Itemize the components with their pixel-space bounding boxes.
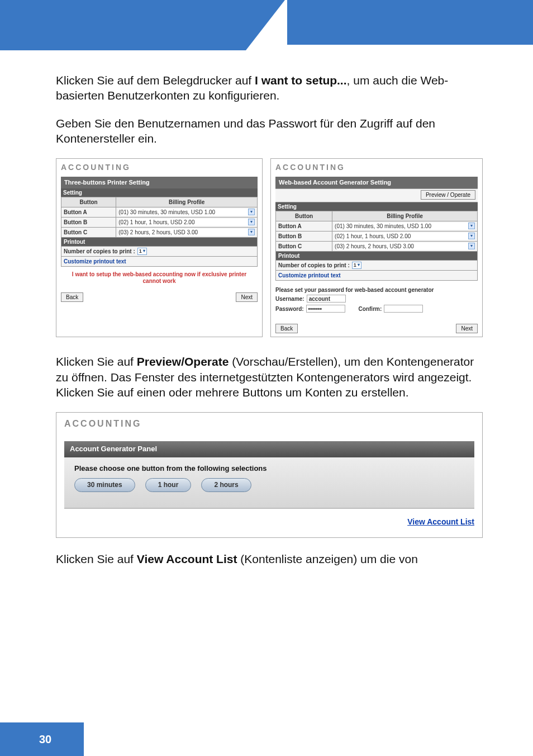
customize-printout-link[interactable]: Customize printout text xyxy=(61,257,258,267)
shot2-row0-name: Button A xyxy=(276,221,332,231)
shot1-table: Button Billing Profile Button A (01) 30 … xyxy=(61,197,258,238)
password-label: Password: xyxy=(275,305,304,313)
generator-instruction: Please choose one button from the follow… xyxy=(74,464,464,474)
chevron-down-icon: ▾ xyxy=(358,262,360,268)
chevron-down-icon[interactable]: ▾ xyxy=(468,243,475,249)
shot1-row2-profile: (03) 2 hours, 2 hours, USD 3.00 xyxy=(118,229,198,236)
table-row: Button B (02) 1 hour, 1 hours, USD 2.00▾ xyxy=(61,217,258,227)
copies-select[interactable]: 1 ▾ xyxy=(137,248,147,256)
shot1-row0-name: Button A xyxy=(61,207,116,217)
shot2-table: Button Billing Profile Button A (01) 30 … xyxy=(275,211,478,252)
username-field[interactable]: account xyxy=(307,295,346,303)
shot1-row1-profile: (02) 1 hour, 1 hours, USD 2.00 xyxy=(118,219,194,226)
back-button[interactable]: Back xyxy=(61,292,83,302)
duration-button-30min[interactable]: 30 minutes xyxy=(74,478,135,493)
next-button[interactable]: Next xyxy=(236,292,258,302)
table-row: Button C (03) 2 hours, 2 hours, USD 3.00… xyxy=(276,241,478,251)
header-shape-right xyxy=(287,0,533,45)
shot1-red-link[interactable]: I want to setup the web-based accounting… xyxy=(61,267,258,287)
shot2-panel-title: Web-based Account Generator Setting xyxy=(275,177,478,188)
chevron-down-icon[interactable]: ▾ xyxy=(248,219,255,225)
table-row: Button A (01) 30 minutes, 30 minutes, US… xyxy=(276,221,478,231)
shot2-copies-row: Number of copies to print : 1 ▾ xyxy=(275,261,478,271)
generator-panel-title: Account Generator Panel xyxy=(64,441,474,457)
duration-button-1hour[interactable]: 1 hour xyxy=(145,478,192,493)
chevron-down-icon[interactable]: ▾ xyxy=(468,223,475,229)
shot2-row2-name: Button C xyxy=(276,241,332,251)
shot3-title: ACCOUNTING xyxy=(64,418,474,430)
chevron-down-icon: ▾ xyxy=(143,248,145,254)
username-label: Username: xyxy=(275,295,304,303)
shot1-row1-name: Button B xyxy=(61,217,116,227)
shot1-col-profile: Billing Profile xyxy=(116,197,258,207)
shot1-panel-title: Three-buttons Printer Setting xyxy=(61,177,258,188)
paragraph-2: Geben Sie den Benutzernamen und das Pass… xyxy=(56,116,483,147)
shot1-row2-name: Button C xyxy=(61,227,116,237)
paragraph-1: Klicken Sie auf dem Belegdrucker auf I w… xyxy=(56,73,483,103)
shot1-copies-label: Number of copies to print : xyxy=(64,248,135,255)
p1a: Klicken Sie auf dem Belegdrucker auf xyxy=(56,74,255,87)
back-button[interactable]: Back xyxy=(275,324,298,333)
chevron-down-icon[interactable]: ▾ xyxy=(248,209,255,215)
chevron-down-icon[interactable]: ▾ xyxy=(468,233,475,239)
p3-bold: Preview/Operate xyxy=(137,355,229,368)
next-button[interactable]: Next xyxy=(456,324,478,333)
shot2-setting-label: Setting xyxy=(275,202,478,211)
view-account-list-link[interactable]: View Account List xyxy=(64,517,474,527)
copies-select[interactable]: 1 ▾ xyxy=(352,262,362,270)
shot1-setting-label: Setting xyxy=(61,188,258,197)
pw-instruction: Please set your password for web-based a… xyxy=(275,286,478,294)
screenshot-web-generator-setting: ACCOUNTING Web-based Account Generator S… xyxy=(270,158,483,337)
table-row: Button A (01) 30 minutes, 30 minutes, US… xyxy=(61,207,258,217)
confirm-label: Confirm: xyxy=(359,305,382,313)
shot2-title: ACCOUNTING xyxy=(275,162,478,172)
p4-bold: View Account List xyxy=(137,552,237,565)
shot1-copies-row: Number of copies to print : 1 ▾ xyxy=(61,247,258,257)
shot1-col-button: Button xyxy=(61,197,116,207)
table-row: Button C (03) 2 hours, 2 hours, USD 3.00… xyxy=(61,227,258,237)
shot1-printout-label: Printout xyxy=(61,238,258,247)
shot1-title: ACCOUNTING xyxy=(61,162,258,172)
chevron-down-icon[interactable]: ▾ xyxy=(248,229,255,235)
shot2-row1-name: Button B xyxy=(276,231,332,241)
confirm-field[interactable] xyxy=(384,305,423,313)
shot2-col-profile: Billing Profile xyxy=(332,211,478,221)
duration-button-2hours[interactable]: 2 hours xyxy=(201,478,251,493)
shot2-col-button: Button xyxy=(276,211,332,221)
screenshot-generator-panel: ACCOUNTING Account Generator Panel Pleas… xyxy=(56,412,483,537)
p1-bold: I want to setup... xyxy=(255,74,347,87)
shot2-printout-label: Printout xyxy=(275,252,478,261)
table-row: Button B (02) 1 hour, 1 hours, USD 2.00▾ xyxy=(276,231,478,241)
paragraph-3: Klicken Sie auf Preview/Operate (Vorscha… xyxy=(56,354,483,400)
page-number: 30 xyxy=(0,722,84,756)
preview-operate-button[interactable]: Preview / Operate xyxy=(421,190,475,200)
paragraph-4: Klicken Sie auf View Account List (Konte… xyxy=(56,551,483,566)
customize-printout-link[interactable]: Customize printout text xyxy=(275,271,478,281)
password-field[interactable]: ••••••• xyxy=(306,305,345,313)
shot1-row0-profile: (01) 30 minutes, 30 minutes, USD 1.00 xyxy=(118,209,215,216)
screenshot-printer-setting: ACCOUNTING Three-buttons Printer Setting… xyxy=(56,158,263,337)
